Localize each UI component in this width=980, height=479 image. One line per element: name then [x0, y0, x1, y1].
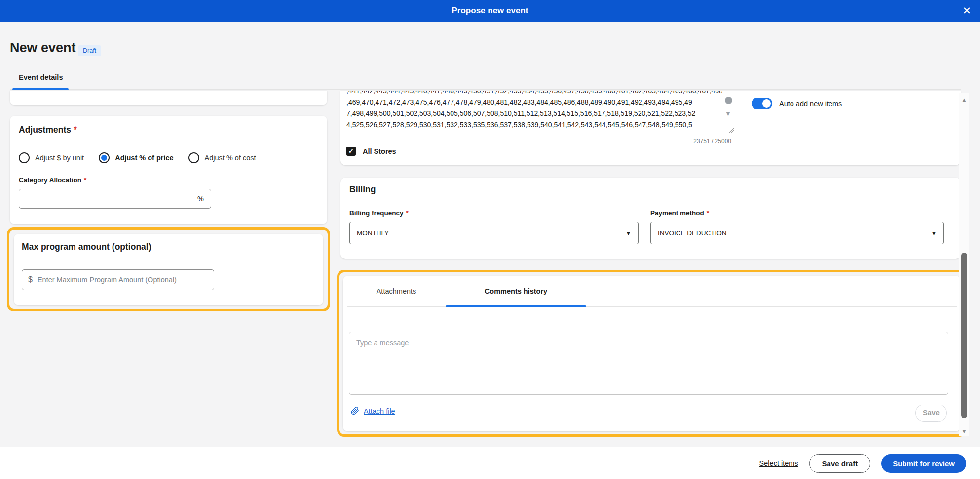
- attach-file-link[interactable]: Attach file: [364, 407, 395, 415]
- scroll-down-icon[interactable]: ▼: [959, 428, 969, 434]
- required-asterisk: *: [707, 209, 709, 217]
- main-tab-bar: Event details: [10, 72, 961, 90]
- scrollbar-thumb-icon[interactable]: [725, 97, 732, 104]
- chevron-down-icon: ▼: [626, 230, 631, 236]
- radio-adjust-dollar-by-unit[interactable]: Adjust $ by unit: [19, 152, 84, 163]
- percent-suffix: %: [197, 195, 204, 203]
- status-badge: Draft: [78, 45, 101, 56]
- max-program-amount-input[interactable]: [38, 276, 208, 284]
- submit-for-review-button[interactable]: Submit for review: [881, 454, 966, 473]
- radio-selected-icon: [99, 152, 110, 163]
- max-program-card: Max program amount (optional) $: [14, 234, 323, 305]
- auto-add-label: Auto add new items: [779, 100, 842, 108]
- all-stores-label: All Stores: [363, 147, 396, 155]
- billing-frequency-value: MONTHLY: [357, 229, 389, 237]
- active-tab-indicator: [12, 88, 69, 90]
- all-stores-checkbox-row[interactable]: ✓ All Stores: [346, 147, 396, 156]
- footer-action-bar: Select items Save draft Submit for revie…: [0, 447, 980, 479]
- tab-attachments[interactable]: Attachments: [347, 276, 446, 307]
- comments-card: Attachments Comments history Attach file…: [343, 276, 961, 431]
- comments-tab-bar: Attachments Comments history: [347, 276, 957, 307]
- numbers-line: 7,498,499,500,501,502,503,504,505,506,50…: [346, 108, 722, 119]
- adjustments-card: Adjustments* Adjust $ by unit Adjust % o…: [10, 116, 327, 224]
- message-textarea[interactable]: [349, 332, 948, 395]
- scroll-down-icon[interactable]: ▼: [725, 110, 731, 117]
- billing-title: Billing: [349, 184, 376, 195]
- numbers-line: ,469,470,471,472,473,475,476,477,478,479…: [346, 97, 722, 108]
- required-asterisk: *: [74, 125, 77, 135]
- radio-icon: [188, 152, 199, 163]
- radio-icon: [19, 152, 30, 163]
- store-numbers-textarea[interactable]: ,441,442,443,444,445,446,447,448,449,450…: [346, 91, 722, 131]
- numbers-line: ,441,442,443,444,445,446,447,448,449,450…: [346, 91, 722, 97]
- items-card: ,441,442,443,444,445,446,447,448,449,450…: [340, 91, 961, 165]
- billing-card: Billing Billing frequency* Payment metho…: [340, 178, 961, 259]
- chevron-down-icon: ▼: [931, 230, 937, 236]
- radio-adjust-percent-of-price[interactable]: Adjust % of price: [99, 152, 173, 163]
- billing-frequency-label: Billing frequency*: [349, 209, 409, 217]
- scrolled-card-sliver: [10, 91, 327, 105]
- dollar-icon: $: [28, 275, 33, 284]
- character-counter: 23751 / 25000: [346, 138, 731, 145]
- resize-handle[interactable]: [723, 122, 736, 135]
- auto-add-toggle[interactable]: [752, 98, 772, 109]
- tab-comments-history[interactable]: Comments history: [446, 276, 586, 307]
- paperclip-icon: [351, 407, 359, 415]
- message-field-wrap: [349, 332, 948, 395]
- active-tab-indicator: [446, 305, 586, 307]
- checkbox-checked-icon: ✓: [346, 147, 356, 156]
- category-allocation-input[interactable]: %: [19, 189, 211, 209]
- radio-adjust-percent-of-cost[interactable]: Adjust % of cost: [188, 152, 256, 163]
- attach-file-row[interactable]: Attach file: [351, 407, 395, 415]
- modal-title: Propose new event: [0, 0, 980, 22]
- billing-frequency-select[interactable]: MONTHLY ▼: [349, 222, 639, 244]
- close-icon[interactable]: ✕: [962, 0, 971, 22]
- propose-new-event-modal: Propose new event ✕ New event Draft Even…: [0, 0, 980, 479]
- max-program-title: Max program amount (optional): [22, 242, 151, 252]
- scroll-up-icon[interactable]: ▲: [959, 97, 969, 103]
- payment-method-label: Payment method*: [650, 209, 709, 217]
- auto-add-row: Auto add new items: [752, 98, 842, 109]
- save-draft-button[interactable]: Save draft: [809, 454, 871, 473]
- required-asterisk: *: [406, 209, 409, 217]
- resize-grip-icon: [729, 128, 734, 133]
- max-program-amount-field[interactable]: $: [22, 269, 214, 290]
- page-scrollbar-thumb[interactable]: [961, 253, 967, 418]
- page-scrollbar[interactable]: ▲ ▼: [959, 93, 969, 436]
- tab-event-details[interactable]: Event details: [19, 74, 63, 81]
- adjustments-title: Adjustments*: [19, 125, 77, 135]
- payment-method-value: INVOICE DEDUCTION: [658, 229, 727, 237]
- category-allocation-label: Category Allocation*: [19, 176, 86, 184]
- adjustment-type-radio-group: Adjust $ by unit Adjust % of price Adjus…: [19, 152, 256, 163]
- select-items-link[interactable]: Select items: [759, 459, 798, 467]
- numbers-line: 4,525,526,527,528,529,530,531,532,533,53…: [346, 119, 722, 131]
- payment-method-select[interactable]: INVOICE DEDUCTION ▼: [650, 222, 944, 244]
- save-comment-button[interactable]: Save: [915, 405, 947, 422]
- required-asterisk: *: [84, 176, 86, 184]
- modal-header: Propose new event ✕: [0, 0, 980, 22]
- page-title: New event: [10, 40, 76, 56]
